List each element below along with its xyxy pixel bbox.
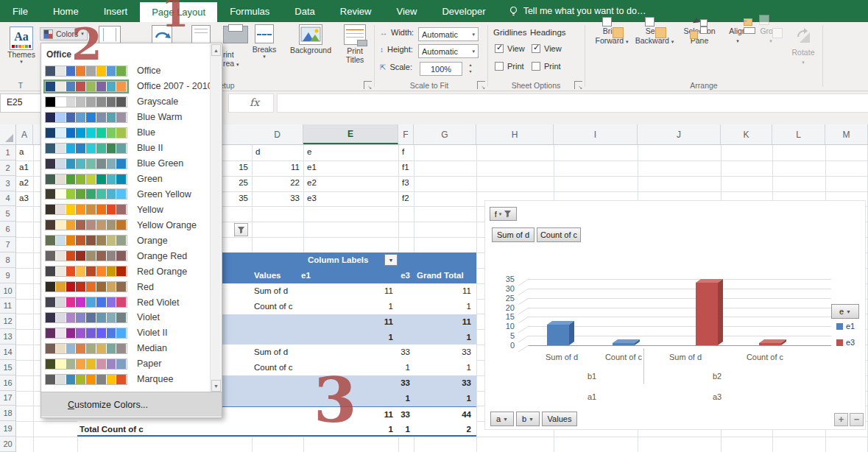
selection-pane-button[interactable]: Selection Pane: [679, 27, 720, 46]
row-header[interactable]: 6: [0, 222, 16, 237]
headings-view-checkbox[interactable]: View: [532, 44, 562, 53]
theme-color-item[interactable]: Blue: [41, 125, 212, 141]
theme-color-item[interactable]: Paper: [41, 356, 212, 372]
row-header[interactable]: 7: [0, 237, 16, 253]
gridlines-print-checkbox[interactable]: Print: [495, 62, 524, 71]
column-header-E[interactable]: E: [303, 124, 398, 144]
row-header[interactable]: 12: [0, 314, 16, 329]
scale-input[interactable]: 100%: [420, 62, 462, 76]
row-header[interactable]: 17: [0, 391, 16, 406]
row-header[interactable]: 20: [0, 437, 16, 452]
cell-A2[interactable]: a1: [17, 160, 32, 176]
insert-function-button[interactable]: fx: [228, 93, 274, 113]
chart-bar-e3[interactable]: [759, 343, 781, 345]
tab-review[interactable]: Review: [328, 0, 384, 22]
height-dropdown[interactable]: Automatic▾: [418, 44, 479, 58]
row-header[interactable]: 2: [0, 160, 16, 176]
align-button[interactable]: ← Align ▾: [721, 27, 754, 46]
send-backward-button[interactable]: Send Backward ▾: [633, 27, 676, 46]
print-titles-button[interactable]: Print Titles: [337, 24, 373, 64]
theme-color-item[interactable]: Marquee: [41, 372, 212, 387]
page-setup-dialog-launcher[interactable]: [364, 81, 372, 89]
cell-F3[interactable]: f3: [400, 176, 422, 191]
select-all-corner[interactable]: [0, 124, 16, 144]
scale-to-fit-dialog-launcher[interactable]: [477, 81, 485, 89]
column-header-M[interactable]: M: [825, 124, 868, 144]
theme-color-item[interactable]: Red Orange: [41, 264, 212, 279]
theme-color-item[interactable]: Grayscale: [41, 94, 212, 110]
menu-scrollbar[interactable]: ▲ ▼: [210, 44, 221, 392]
chart-field-a-button[interactable]: a▼: [490, 412, 514, 426]
column-header-F[interactable]: F: [398, 124, 414, 144]
legend-item[interactable]: e1: [836, 322, 855, 331]
breaks-button[interactable]: Breaks ▾: [249, 24, 280, 60]
row-header[interactable]: 19: [0, 421, 16, 437]
row-header[interactable]: 16: [0, 375, 16, 391]
theme-color-item[interactable]: Blue II: [41, 141, 212, 156]
scale-spinner[interactable]: ▴▾: [465, 62, 476, 76]
chart-values-button[interactable]: Values: [542, 412, 577, 426]
scroll-down-icon[interactable]: ▼: [211, 380, 221, 392]
row-header[interactable]: 8: [0, 253, 16, 268]
zoom-out-button[interactable]: −: [850, 413, 864, 426]
chart-count-of-c-button[interactable]: Count of c: [537, 227, 581, 242]
chart-field-f-button[interactable]: f▾: [490, 207, 517, 221]
row-header[interactable]: 13: [0, 329, 16, 345]
chart-bar-e3[interactable]: [696, 283, 718, 345]
theme-color-item[interactable]: Violet: [41, 310, 212, 325]
print-area-label-clipped[interactable]: rint rea ▾: [223, 50, 250, 68]
row-header[interactable]: 9: [0, 268, 16, 283]
theme-color-item[interactable]: Yellow: [41, 202, 212, 217]
cell-F2[interactable]: f1: [400, 160, 422, 176]
bring-forward-button[interactable]: Bring Forward ▾: [592, 27, 632, 46]
theme-color-item[interactable]: Orange: [41, 233, 212, 248]
theme-color-item[interactable]: Green: [41, 172, 212, 187]
size-icon[interactable]: [191, 25, 211, 43]
cell-E3[interactable]: e2: [305, 176, 397, 191]
column-labels-dropdown-button[interactable]: ▼: [384, 254, 398, 266]
legend-field-e-button[interactable]: e▼: [831, 304, 859, 319]
theme-color-item[interactable]: Orange Red: [41, 248, 212, 264]
group-button[interactable]: Group ▾: [755, 27, 786, 46]
cell-F1[interactable]: f: [400, 145, 422, 160]
row-header[interactable]: 1: [0, 145, 16, 160]
themes-button[interactable]: Aa Themes ▾: [4, 27, 38, 81]
pivot-chart[interactable]: f▾ Sum of d Count of c 35302520151050 Su…: [484, 200, 866, 430]
tab-formulas[interactable]: Formulas: [217, 0, 282, 22]
theme-color-item[interactable]: Office: [41, 63, 212, 79]
column-header-J[interactable]: J: [638, 124, 721, 144]
column-header-K[interactable]: K: [721, 124, 772, 144]
cell-A3[interactable]: a2: [17, 176, 32, 191]
theme-color-item[interactable]: Red Violet: [41, 294, 212, 310]
tab-data[interactable]: Data: [282, 0, 327, 22]
theme-color-item[interactable]: Green Yellow: [41, 187, 212, 202]
cell-E2[interactable]: e1: [305, 160, 397, 176]
chart-bar-e1[interactable]: [547, 325, 569, 345]
cell-E1[interactable]: e: [305, 145, 397, 160]
tab-view[interactable]: View: [384, 0, 429, 22]
formula-input[interactable]: [277, 93, 868, 113]
row-header[interactable]: 15: [0, 360, 16, 375]
print-area-icon[interactable]: [223, 26, 248, 43]
chart-bar-e1[interactable]: [613, 343, 635, 345]
row-header[interactable]: 5: [0, 206, 16, 222]
row-header[interactable]: 14: [0, 345, 16, 360]
theme-color-item[interactable]: Violet II: [41, 325, 212, 341]
cell-A1[interactable]: a: [17, 145, 32, 160]
pivot-row[interactable]: Total Count of c 1 1 2: [77, 422, 476, 437]
gridlines-view-checkbox[interactable]: View: [495, 44, 525, 53]
width-dropdown[interactable]: Automatic▾: [418, 27, 479, 41]
theme-color-item[interactable]: Blue Green: [41, 156, 212, 172]
cell-E4[interactable]: e3: [305, 191, 397, 207]
column-header-G[interactable]: G: [414, 124, 476, 144]
cell-D3[interactable]: 22: [253, 176, 302, 191]
cell-D2[interactable]: 11: [253, 160, 302, 176]
pivot-filter-applied-button[interactable]: [234, 223, 248, 236]
row-header[interactable]: 3: [0, 176, 16, 191]
theme-color-item[interactable]: Office 2007 - 2010: [41, 79, 212, 94]
column-header-I[interactable]: I: [554, 124, 638, 144]
theme-color-item[interactable]: Blue Warm: [41, 110, 212, 125]
cell-D4[interactable]: 33: [253, 191, 302, 207]
tab-developer[interactable]: Developer: [429, 0, 498, 22]
cell-F4[interactable]: f2: [400, 191, 422, 207]
